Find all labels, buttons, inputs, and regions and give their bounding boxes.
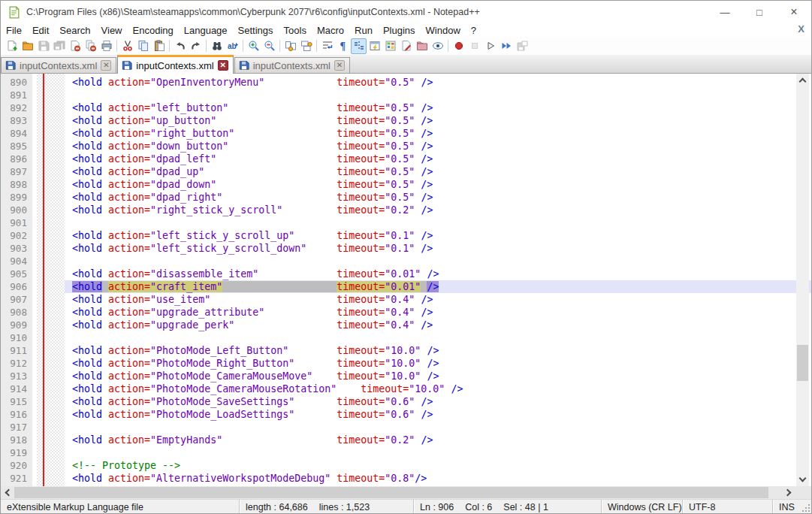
menu-item-search[interactable]: Search	[54, 24, 95, 37]
tab-close-icon[interactable]: ✕	[101, 60, 111, 71]
horizontal-scrollbar[interactable]	[1, 486, 795, 499]
word-wrap-button[interactable]	[319, 38, 335, 54]
sync-horizontal-scrolling-button[interactable]	[298, 38, 314, 54]
code-line-907: <hold action="use_item" timeout="0.4" />	[65, 293, 811, 306]
code-line-892: <hold action="left_button" timeout="0.5"…	[65, 101, 811, 114]
minimize-button[interactable]: —	[708, 1, 742, 23]
line-number: 895	[1, 140, 32, 153]
cut-button[interactable]	[119, 38, 135, 54]
open-file-button[interactable]	[20, 38, 35, 54]
maximize-button[interactable]: □	[742, 1, 777, 23]
close-file-button[interactable]	[67, 38, 83, 54]
find-button[interactable]	[209, 38, 225, 54]
function-list-button[interactable]	[367, 38, 382, 54]
status-text: length : 64,686	[246, 502, 308, 512]
zoom-in-button[interactable]	[246, 38, 261, 54]
open-folder-icon	[22, 40, 34, 52]
sync-vertical-scrolling-button[interactable]	[282, 38, 298, 54]
replace-button[interactable]: ab	[225, 38, 240, 54]
paste-button[interactable]	[151, 38, 167, 54]
menu-item-file[interactable]: File	[1, 24, 27, 37]
menu-item-plugins[interactable]: Plugins	[378, 24, 421, 37]
save-all-button[interactable]	[51, 38, 67, 54]
window-title: C:\Program Files (x86)\Steam\steamapps\c…	[26, 7, 480, 17]
tab-label: inputContexts.xml	[253, 60, 331, 71]
new-file-icon	[6, 40, 18, 52]
saved-file-icon	[239, 60, 249, 71]
resize-grip[interactable]	[801, 503, 810, 512]
tab-close-icon[interactable]: ✕	[334, 60, 345, 71]
save-button[interactable]	[35, 38, 51, 54]
macro-save-button[interactable]	[514, 38, 530, 54]
doc-map-icon	[385, 40, 397, 52]
menu-item-run[interactable]: Run	[349, 24, 378, 37]
code-line-897: <hold action="dpad_up" timeout="0.5" />	[65, 165, 811, 178]
close-doc-icon	[69, 40, 81, 52]
document-map-button[interactable]	[382, 38, 398, 54]
line-number: 909	[1, 319, 32, 331]
line-number: 904	[1, 255, 32, 268]
menu-item-window[interactable]: Window	[421, 24, 466, 37]
menu-item-tools[interactable]: Tools	[279, 24, 312, 37]
menu-item-view[interactable]: View	[96, 24, 128, 37]
code-line-909: <hold action="upgrade_perk" timeout="0.4…	[65, 319, 811, 331]
indent-guide-icon	[353, 40, 365, 52]
line-number: 921	[1, 472, 32, 485]
line-number: 896	[1, 153, 32, 165]
editor-pane[interactable]: 8908918928938948958968978988999009019029…	[1, 74, 811, 486]
line-number: 916	[1, 408, 32, 421]
print-button[interactable]	[98, 38, 114, 54]
save-icon	[38, 40, 50, 52]
close-button[interactable]: ×	[777, 1, 811, 23]
code-line-914: <hold action="PhotoMode_CameraMouseRotat…	[65, 382, 811, 395]
code-line-906: <hold action="craft_item" timeout="0.01"…	[65, 280, 811, 293]
code-line-904	[65, 255, 811, 268]
menu-item-macro[interactable]: Macro	[312, 24, 349, 37]
tab-2-active[interactable]: inputContexts.xml✕	[117, 55, 233, 74]
toolbar-separator	[116, 40, 117, 52]
redo-button[interactable]	[188, 38, 204, 54]
code-area[interactable]: <hold action="OpenInventoryMenu" timeout…	[65, 74, 811, 486]
svg-text:¶: ¶	[340, 41, 346, 52]
undo-button[interactable]	[172, 38, 188, 54]
macro-play-button[interactable]	[482, 38, 498, 54]
close-document-x-button[interactable]: X	[798, 23, 804, 35]
macro-record-button[interactable]	[451, 38, 466, 54]
toolbar-separator	[316, 40, 317, 52]
monitoring-button[interactable]	[430, 38, 445, 54]
scroll-left-arrow[interactable]	[1, 486, 14, 499]
line-number: 908	[1, 306, 32, 319]
folder-as-workspace-button[interactable]	[414, 38, 430, 54]
new-file-button[interactable]	[4, 38, 20, 54]
tab-close-icon[interactable]: ✕	[218, 60, 228, 71]
copy-button[interactable]	[135, 38, 151, 54]
show-all-characters-button[interactable]: ¶	[335, 38, 351, 54]
menu-item-language[interactable]: Language	[179, 24, 233, 37]
toolbar-separator	[169, 40, 170, 52]
code-line-918: <hold action="EmptyHands" timeout="0.2" …	[65, 434, 811, 446]
macro-stop-button[interactable]	[466, 38, 482, 54]
word-wrap-icon	[321, 40, 334, 52]
show-indent-guide-button[interactable]	[351, 38, 367, 54]
line-number-gutter: 8908918928938948958968978988999009019029…	[1, 74, 32, 486]
scroll-up-arrow[interactable]	[796, 74, 809, 86]
scroll-down-arrow[interactable]	[796, 473, 809, 486]
horizontal-scrollbar-thumb[interactable]	[14, 487, 768, 498]
tab-3[interactable]: inputContexts.xml✕	[234, 57, 350, 73]
menu-item-edit[interactable]: Edit	[27, 24, 54, 37]
zoom-in-icon	[248, 40, 260, 52]
zoom-out-button[interactable]	[261, 38, 277, 54]
code-line-921: <hold action="AlternativeWorkspotModeDeb…	[65, 472, 811, 485]
function-window-icon	[369, 40, 381, 52]
sync-h-icon	[300, 40, 312, 52]
vertical-scrollbar-thumb[interactable]	[797, 345, 808, 381]
document-switcher-button[interactable]	[398, 38, 414, 54]
menu-item-help[interactable]: ?	[466, 24, 481, 37]
menu-item-settings[interactable]: Settings	[233, 24, 279, 37]
tab-1[interactable]: inputContexts.xml✕	[1, 57, 116, 73]
vertical-scrollbar[interactable]	[796, 74, 809, 486]
menu-item-encoding[interactable]: Encoding	[128, 24, 179, 37]
macro-run-multiple-button[interactable]	[498, 38, 514, 54]
close-all-files-button[interactable]	[83, 38, 98, 54]
code-line-899: <hold action="dpad_right" timeout="0.5" …	[65, 191, 811, 204]
